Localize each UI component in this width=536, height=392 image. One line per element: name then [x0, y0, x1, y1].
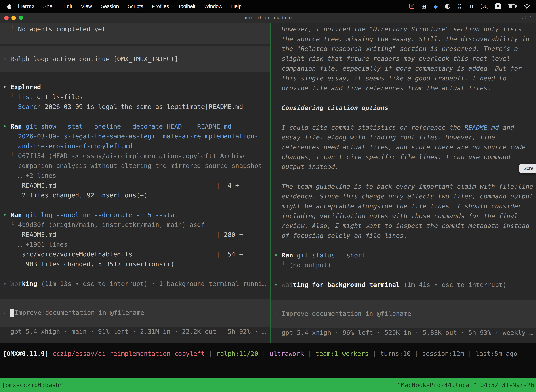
terminal-line	[0, 72, 270, 82]
menu-scripts[interactable]: Scripts	[123, 4, 148, 9]
menu-bar: iTerm2ShellEditViewSessionScriptsProfile…	[0, 0, 536, 13]
tab-shortcut: ⌥⌘1	[520, 15, 532, 21]
terminal-line: └ (no output)	[271, 260, 536, 270]
menu-help[interactable]: Help	[227, 4, 246, 9]
terminal-line: However, I noticed the "Directory Struct…	[271, 24, 536, 34]
terminal-line: changes, I can't cite specific file line…	[271, 152, 536, 162]
terminal-line: └ 4b9d30f (origin/main, instructkr/main,…	[0, 220, 270, 230]
terminal-line: … +2 lines	[0, 171, 270, 181]
menu-session[interactable]: Session	[96, 4, 123, 9]
terminal-line: 1903 files changed, 513517 insertions(+)	[0, 259, 270, 269]
terminal-line: • Working (11m 13s • esc to interrupt) ·…	[0, 279, 270, 289]
agent-thinking: However, I noticed the "Directory Struct…	[271, 23, 536, 300]
screenshot-chip[interactable]: Scre	[519, 163, 536, 173]
tmux-panes: └ No agents completed yet› Ralph loop ac…	[0, 23, 536, 343]
terminal-line	[271, 241, 536, 250]
terminal-line: provide file and line references from th…	[271, 83, 536, 93]
terminal-line: └ No agents completed yet	[0, 24, 270, 34]
spark-icon[interactable]: ◆	[433, 3, 438, 10]
terminal-line: • Ran git log --oneline --decorate -n 5 …	[0, 210, 270, 220]
terminal-line: └ List git ls-files	[0, 92, 270, 102]
terminal-line: I could cite commit statistics or refere…	[271, 123, 536, 132]
terminal-line: 2 files changed, 92 insertions(+)	[0, 190, 270, 200]
terminal-area: └ No agents completed yet› Ralph loop ac…	[0, 23, 536, 392]
agents-summary: └ No agents completed yet	[0, 23, 270, 44]
text-cursor	[10, 309, 14, 317]
agent-log: • Explored └ List git ls-files Search 20…	[0, 72, 270, 299]
menu-shell[interactable]: Shell	[39, 4, 59, 9]
recording-icon[interactable]	[409, 4, 415, 9]
terminal-line	[0, 112, 270, 121]
terminal-line: › Improve documentation in @filename	[271, 309, 536, 319]
menu-edit[interactable]: Edit	[59, 4, 77, 9]
terminal-line: • Ran git show --stat --oneline --decora…	[0, 121, 270, 131]
window-title-bar[interactable]: omx --xhigh --madmax ⌥⌘1	[0, 13, 536, 23]
terminal-line: 2026-03-09-is-legal-the-same-as-legitima…	[0, 131, 270, 141]
terminal-line: companion file, especially if more comme…	[271, 64, 536, 73]
left-terminal-pane[interactable]: └ No agents completed yet› Ralph loop ac…	[0, 23, 270, 343]
meter-icon[interactable]: 61	[481, 4, 488, 9]
eight-icon[interactable]: 8	[469, 3, 474, 10]
prompt-input[interactable]: › Improve documentation in @filename	[0, 299, 270, 327]
terminal-line	[0, 289, 270, 299]
input-source-icon[interactable]: A	[495, 3, 501, 9]
terminal-line: this single essay, it seems like a good …	[271, 73, 536, 83]
terminal-line	[271, 93, 536, 103]
terminal-line: might be acceptable alongside the file l…	[271, 201, 536, 211]
terminal-line: evidence. Since this change only affects…	[271, 191, 536, 201]
pane-status: gpt-5.4 xhigh · main · 91% left · 2.31M …	[0, 327, 270, 336]
omx-status-line: [OMX#0.11.9] cczip/essay/ai-reimplementa…	[0, 349, 536, 359]
terminal-line	[271, 113, 536, 123]
terminal-line: including verification notes with those …	[271, 211, 536, 221]
terminal-line: essay file, along with finding root file…	[271, 132, 536, 142]
ralph-loop-banner: › Ralph loop active continue [OMX_TMUX_I…	[0, 46, 270, 72]
grid-icon[interactable]: ⊞	[421, 3, 426, 10]
battery-icon[interactable]	[508, 3, 517, 10]
terminal-line	[271, 172, 536, 182]
terminal-line	[271, 290, 536, 300]
terminal-line: the source tree, missing the essay. Stil…	[271, 34, 536, 44]
terminal-line	[271, 270, 536, 280]
menu-view[interactable]: View	[77, 4, 96, 9]
terminal-line: Search 2026-03-09-is-legal-the-same-as-l…	[0, 102, 270, 112]
prompt-input[interactable]: › Improve documentation in @filename	[271, 300, 536, 328]
tmux-status-bar: [omx-cczip0:bash* "MacBook-Pro-44.local"…	[0, 378, 536, 392]
terminal-line: review. Also, I might want to inspect th…	[271, 221, 536, 231]
terminal-line: references need actual files, and since …	[271, 142, 536, 152]
terminal-line: › Ralph loop active continue [OMX_TMUX_I…	[0, 54, 270, 64]
terminal-line: and-the-erosion-of-copyleft.md	[0, 141, 270, 151]
terminal-line	[0, 200, 270, 210]
terminal-line: • Waiting for background terminal (1m 41…	[271, 280, 536, 290]
terminal-line: The team guideline is to back every impo…	[271, 182, 536, 191]
tmux-session-label: [omx-cczip0:bash*	[2, 382, 63, 388]
menu-window[interactable]: Window	[200, 4, 227, 9]
terminal-line: gpt-5.4 xhigh · 96% left · 520K in · 5.8…	[271, 328, 536, 338]
terminal-line: Considering citation options	[271, 103, 536, 113]
wifi-icon[interactable]	[524, 3, 530, 10]
terminal-line: • Ran git status --short	[271, 250, 536, 260]
menu-iterm2[interactable]: iTerm2	[14, 4, 39, 9]
terminal-line: › Improve documentation in @filename	[0, 308, 270, 317]
terminal-line: output instead.	[271, 162, 536, 172]
menu-profiles[interactable]: Profiles	[148, 4, 174, 9]
right-terminal-pane[interactable]: However, I noticed the "Directory Struct…	[271, 23, 536, 343]
terminal-line: … +1901 lines	[0, 240, 270, 249]
terminal-line: of focusing solely on file lines.	[271, 231, 536, 241]
terminal-line: README.md | 280 +	[0, 230, 270, 240]
terminal-line: companion analysis without altering the …	[0, 161, 270, 171]
tmux-host-clock: "MacBook-Pro-44.local" 04:52 31-Mar-26	[397, 382, 534, 388]
terminal-line: • Explored	[0, 82, 270, 92]
terminal-line: slight risk that future readers may over…	[271, 54, 536, 64]
terminal-line: the "Related research writing" section i…	[271, 44, 536, 54]
apple-menu-icon[interactable]	[7, 4, 11, 9]
window-title: omx --xhigh --madmax	[0, 15, 536, 21]
pane-status: gpt-5.4 xhigh · 96% left · 520K in · 5.8…	[271, 328, 536, 338]
disc-icon[interactable]	[445, 4, 450, 9]
menu-bar-status-icons: ⊞◆⣿861A	[409, 3, 530, 10]
menu-toolbelt[interactable]: Toolbelt	[173, 4, 200, 9]
terminal-line: gpt-5.4 xhigh · main · 91% left · 2.31M …	[0, 327, 270, 336]
terminal-line: src/voice/voiceModeEnabled.ts | 54 +	[0, 249, 270, 259]
app-menus: iTerm2ShellEditViewSessionScriptsProfile…	[14, 4, 246, 9]
terminal-line: README.md | 4 +	[0, 181, 270, 190]
dots-icon[interactable]: ⣿	[457, 3, 462, 10]
